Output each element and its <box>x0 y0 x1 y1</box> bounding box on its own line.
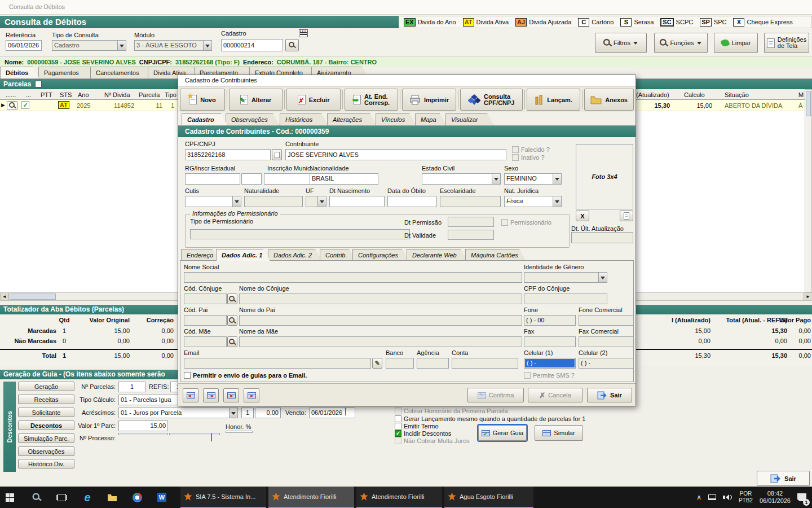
checkbox-permite-sms[interactable]: Permite SMS ? <box>524 372 575 379</box>
cod-mae-input[interactable] <box>184 336 227 347</box>
tab-cancelamentos[interactable]: Cancelamentos <box>90 67 156 78</box>
nome-conjuge-input[interactable] <box>239 294 522 304</box>
filtros-button[interactable]: Filtros <box>595 33 647 53</box>
subtab-endereco[interactable]: Endereço <box>181 249 219 261</box>
alterar-button[interactable]: ✎Alterar <box>229 89 283 111</box>
pai-search-button[interactable] <box>227 315 237 326</box>
clock[interactable]: 08:4206/01/2026 <box>760 490 791 505</box>
banco-input[interactable] <box>386 358 414 369</box>
funcoes-button[interactable]: Funções <box>654 33 708 53</box>
confirma-button[interactable]: ✎Confirma <box>467 388 524 402</box>
subtab-maquina-cartoes[interactable]: Máquina Cartões <box>465 249 526 261</box>
subtab-declarante-web[interactable]: Declarante Web <box>407 249 467 261</box>
grid-vscrollbar[interactable] <box>805 89 812 292</box>
subtab-dados-adic-2[interactable]: Dados Adic. 2 <box>268 249 322 261</box>
taskbar-app-atendimento-2[interactable]: Atendimento Fiorilli <box>356 487 442 508</box>
cadastro-menu-icon[interactable] <box>299 29 308 37</box>
nome-social-input[interactable] <box>184 272 522 283</box>
tab-observacoes[interactable]: Observações <box>226 113 280 125</box>
modal-sair-button[interactable]: Sair <box>587 388 632 402</box>
speaker-icon[interactable] <box>723 494 732 500</box>
conjuge-search-button[interactable] <box>227 294 237 304</box>
subtab-dados-adic-1[interactable]: Dados Adic. 1 <box>216 249 270 261</box>
taskbar-app-atendimento-1[interactable]: Atendimento Fiorilli <box>268 487 354 508</box>
explorer-button[interactable] <box>103 487 122 508</box>
modulo-select[interactable]: 3 - ÁGUA E ESGOTO <box>134 40 212 51</box>
descontos-button[interactable]: Descontos <box>18 421 74 430</box>
limpar-button[interactable]: Limpar <box>714 33 758 53</box>
fone-input[interactable]: ( ) - 00 <box>524 315 576 326</box>
checkbox-emitir-termo[interactable]: Emitir Termo <box>395 423 439 430</box>
email-edit-button[interactable]: ✎ <box>372 358 382 369</box>
consulta-cpf-button[interactable]: ConsultaCPF/CNPJ <box>460 89 523 111</box>
taskbar-search-button[interactable] <box>27 487 46 508</box>
celular2-input[interactable]: ( ) - <box>579 358 634 369</box>
nome-pai-input[interactable] <box>239 315 522 326</box>
taskbar-app-sia[interactable]: SIA 7.5 - Sistema In... <box>180 487 266 508</box>
tab-mapa[interactable]: Mapa <box>415 113 447 125</box>
nav-last-button[interactable]: ► <box>244 388 259 402</box>
imprimir-button[interactable]: Imprimir <box>402 89 456 111</box>
vencto-input[interactable]: 06/01/2026 <box>309 408 355 418</box>
novo-button[interactable]: ★Novo <box>180 89 225 111</box>
cadastro-input[interactable]: 000000214 <box>221 39 283 51</box>
checkbox-falecido[interactable]: Falecido ? <box>512 146 550 153</box>
language-indicator[interactable]: PORPTB2 <box>739 491 753 504</box>
sexo-select[interactable]: FEMININO <box>504 173 562 185</box>
fax-input[interactable] <box>524 336 576 347</box>
definicoes-tela-button[interactable]: Definiçõesde Tela <box>764 33 809 53</box>
checkbox-nao-cobrar-multa[interactable]: Não Cobrar Multa Juros <box>395 437 470 444</box>
foto-remove-button[interactable]: X <box>576 211 589 221</box>
subtab-configuracoes[interactable]: Configurações <box>352 249 409 261</box>
gerar-guia-button[interactable]: ✓Gerar Guia <box>478 425 527 441</box>
acrescimos-valor-input[interactable]: 0,00 <box>255 408 281 418</box>
n-processo-input[interactable] <box>118 433 168 435</box>
row-detail-button[interactable] <box>7 101 17 110</box>
estado-civil-select[interactable] <box>422 173 501 185</box>
geracao-button[interactable]: Geração <box>18 382 74 391</box>
naturalidade-input[interactable] <box>244 196 303 207</box>
checkbox-permitir-email[interactable]: Permitir o envio de guias para o Email. <box>184 372 307 379</box>
chrome-button[interactable] <box>127 487 147 508</box>
cpf-input[interactable]: 31852262168 <box>185 149 271 160</box>
calendar-icon[interactable] <box>345 408 346 415</box>
cutis-select[interactable] <box>185 196 241 207</box>
tab-historicos[interactable]: Históricos <box>280 113 328 125</box>
contribuinte-input[interactable]: JOSE SEVERINO ALVES <box>285 149 506 160</box>
checkbox-inativo[interactable]: Inativo ? <box>512 154 545 161</box>
anexos-button[interactable]: Anexos <box>584 89 634 111</box>
tab-vinculos[interactable]: Vínculos <box>376 113 416 125</box>
tab-pagamentos[interactable]: Pagamentos <box>38 67 99 78</box>
tab-visualizar[interactable]: Visualizar <box>445 113 494 125</box>
email-input[interactable] <box>184 358 371 369</box>
cpf-copy-button[interactable] <box>272 149 282 160</box>
nat-juridica-select[interactable]: Física <box>504 196 562 207</box>
honor-input[interactable] <box>226 431 253 433</box>
taskbar-app-agua-esgoto[interactable]: Agua Esgoto Fiorilli <box>444 487 533 508</box>
acrescimos-qty-input[interactable]: 1 <box>241 408 254 418</box>
cod-conjuge-input[interactable] <box>184 294 227 304</box>
mae-search-button[interactable] <box>227 336 237 347</box>
acrescimos-select[interactable]: 01 - Juros por Parcela <box>118 408 238 418</box>
dt-validade-input[interactable] <box>448 230 494 240</box>
subtab-contrib[interactable]: Contrib. <box>320 249 356 261</box>
simular-button[interactable]: Simular <box>535 425 583 441</box>
start-button[interactable] <box>0 487 19 508</box>
historico-div-button[interactable]: Histórico Div. <box>18 459 74 468</box>
valor-parc-input[interactable]: 15,00 <box>118 421 168 431</box>
tab-alteracoes[interactable]: Alterações <box>327 113 377 125</box>
checkbox-incidir-descontos[interactable]: ✓Incidir Descontos <box>395 430 451 437</box>
solicitante-button[interactable]: Solicitante <box>18 408 74 417</box>
data-obito-input[interactable] <box>387 196 437 207</box>
tab-cadastro[interactable]: Cadastro <box>182 113 228 125</box>
ie-button[interactable]: e <box>78 487 97 508</box>
tipo-consulta-select[interactable]: Cadastro <box>52 40 126 51</box>
calculator-icon[interactable] <box>211 433 212 441</box>
agencia-input[interactable] <box>417 358 449 369</box>
nome-mae-input[interactable] <box>239 336 522 347</box>
identidade-genero-select[interactable] <box>524 272 607 283</box>
cod-pai-input[interactable] <box>184 315 227 326</box>
tab-debitos[interactable]: Débitos <box>0 67 39 78</box>
rg-input[interactable] <box>185 173 240 185</box>
dt-permissao-input[interactable] <box>448 217 494 227</box>
